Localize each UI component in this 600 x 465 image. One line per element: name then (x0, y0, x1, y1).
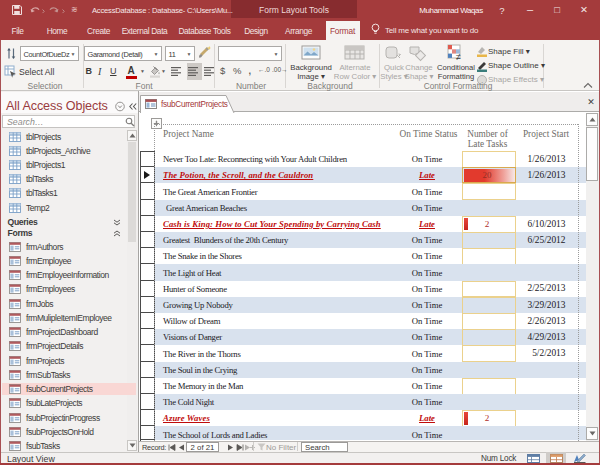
svg-text:≠: ≠ (456, 52, 461, 62)
